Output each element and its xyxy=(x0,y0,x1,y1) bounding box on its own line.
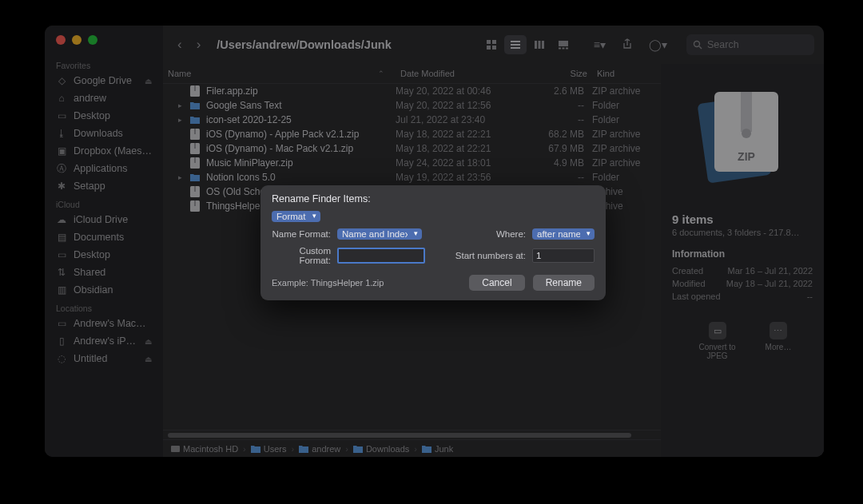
start-numbers-input[interactable] xyxy=(532,248,595,263)
rename-button[interactable]: Rename xyxy=(533,275,595,291)
where-label: Where: xyxy=(496,229,526,239)
name-format-label: Name Format: xyxy=(272,229,331,239)
mode-select-wrap[interactable]: Format xyxy=(272,211,320,222)
name-format-select: Name and Index xyxy=(337,228,422,240)
example-text: Example: ThingsHelper 1.zip xyxy=(272,278,384,288)
custom-format-label: Custom Format: xyxy=(272,246,331,265)
where-select: after name xyxy=(532,228,595,240)
name-format-select-wrap[interactable]: Name and Index xyxy=(337,228,422,240)
custom-format-input[interactable] xyxy=(337,248,425,264)
start-numbers-label: Start numbers at: xyxy=(455,251,526,260)
where-select-wrap[interactable]: after name xyxy=(532,228,595,240)
mode-select: Format xyxy=(272,211,320,222)
rename-dialog: Rename Finder Items: Format Name Format:… xyxy=(260,185,606,300)
dialog-title: Rename Finder Items: xyxy=(272,193,595,204)
cancel-button[interactable]: Cancel xyxy=(469,275,524,291)
